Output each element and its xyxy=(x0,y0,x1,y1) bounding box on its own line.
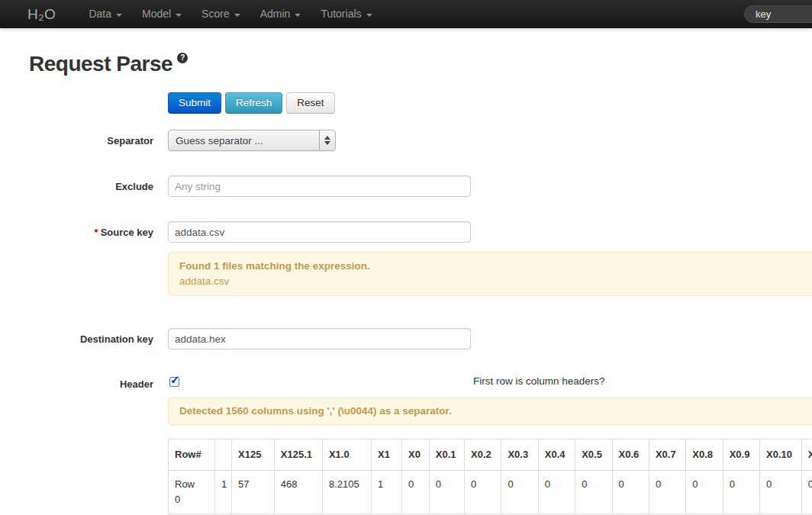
parse-preview-table-wrap: Row#X125X125.1X1.0X1X0X0.1X0.2X0.3X0.4X0… xyxy=(168,439,812,515)
table-cell: 0 xyxy=(723,471,759,514)
chevron-down-icon xyxy=(295,14,301,17)
table-cell: Row 0 xyxy=(169,471,215,514)
chevron-down-icon xyxy=(176,14,182,17)
column-header: X0.10 xyxy=(760,439,802,471)
table-cell: 0 xyxy=(612,471,649,514)
header-checkbox[interactable] xyxy=(169,377,179,387)
exclude-label: Exclude xyxy=(0,180,153,194)
separator-select[interactable]: Guess separator ... xyxy=(168,130,336,151)
destination-key-label: Destination key xyxy=(0,333,153,346)
files-found-alert-title: Found 1 files matching the expression. xyxy=(179,260,370,272)
table-header-row: Row#X125X125.1X1.0X1X0X0.1X0.2X0.3X0.4X0… xyxy=(169,439,812,471)
select-arrows-icon xyxy=(319,130,335,150)
page-title: Request Parse? xyxy=(29,52,188,76)
column-header: X0.3 xyxy=(501,439,538,471)
submit-button[interactable]: Submit xyxy=(168,92,221,114)
nav-menu: Data Model Score Admin Tutorials xyxy=(79,0,382,28)
navbar: H₂O Data Model Score Admin Tutorials xyxy=(0,0,812,28)
key-search-input[interactable] xyxy=(744,5,812,23)
chevron-down-icon xyxy=(366,14,372,17)
nav-item-score[interactable]: Score xyxy=(192,0,250,28)
h2o-logo[interactable]: H₂O xyxy=(0,6,56,23)
table-cell: 1 xyxy=(372,471,402,514)
table-cell: 0 xyxy=(465,471,501,514)
files-found-alert-file: addata.csv xyxy=(179,274,812,289)
source-key-input[interactable] xyxy=(168,221,471,243)
table-row: Row 01574688.21051000000000000 xyxy=(169,471,812,514)
column-header: X0 xyxy=(402,439,430,471)
separator-label: Separator xyxy=(0,134,153,148)
column-header: X1.0 xyxy=(322,439,371,471)
nav-item-data[interactable]: Data xyxy=(79,0,132,28)
nav-item-tutorials[interactable]: Tutorials xyxy=(311,0,382,28)
column-header: X0.7 xyxy=(649,439,685,471)
chevron-down-icon xyxy=(234,14,240,17)
table-cell: 0 xyxy=(501,471,538,514)
table-header: Row#X125X125.1X1.0X1X0X0.1X0.2X0.3X0.4X0… xyxy=(169,439,812,471)
column-header: X0.1 xyxy=(429,439,464,471)
column-header: X0.5 xyxy=(575,439,612,471)
source-key-label: *Source key xyxy=(0,226,153,240)
column-header: Row# xyxy=(169,439,215,471)
help-icon[interactable]: ? xyxy=(177,53,188,63)
table-cell: 468 xyxy=(274,471,322,514)
table-body: Row 01574688.21051000000000000 xyxy=(169,471,812,514)
table-cell: 0 xyxy=(686,471,723,514)
columns-detected-alert: Detected 1560 columns using ',' (\u0044)… xyxy=(168,398,812,425)
column-header: X0.8 xyxy=(686,439,723,471)
destination-key-input[interactable] xyxy=(168,328,471,349)
table-cell: 0 xyxy=(402,471,430,514)
header-hint: First row is column headers? xyxy=(473,375,605,387)
table-cell: 0 xyxy=(429,471,464,514)
parse-preview-table: Row#X125X125.1X1.0X1X0X0.1X0.2X0.3X0.4X0… xyxy=(168,439,812,514)
column-header: X0.4 xyxy=(538,439,575,471)
nav-item-model[interactable]: Model xyxy=(132,0,192,28)
separator-select-value: Guess separator ... xyxy=(169,135,319,146)
header-label: Header xyxy=(0,378,153,391)
files-found-alert: Found 1 files matching the expression. a… xyxy=(168,252,812,296)
nav-item-admin[interactable]: Admin xyxy=(250,0,311,28)
column-header: X125 xyxy=(232,439,275,471)
table-cell: 0 xyxy=(649,471,685,514)
chevron-down-icon xyxy=(116,14,122,17)
column-header: X0.6 xyxy=(612,439,649,471)
exclude-input[interactable] xyxy=(168,175,471,197)
columns-detected-alert-text: Detected 1560 columns using ',' (\u0044)… xyxy=(179,405,452,417)
table-cell: 8.2105 xyxy=(322,471,371,514)
required-marker: * xyxy=(95,227,98,238)
table-cell: 57 xyxy=(232,471,275,514)
table-cell: 0 xyxy=(801,471,812,514)
reset-button[interactable]: Reset xyxy=(286,92,334,114)
table-cell: 1 xyxy=(215,471,232,514)
form-actions: Submit Refresh Reset xyxy=(168,92,335,114)
table-cell: 0 xyxy=(575,471,612,514)
table-cell: 0 xyxy=(760,471,802,514)
refresh-button[interactable]: Refresh xyxy=(225,92,282,114)
column-header: X0.11 xyxy=(801,439,812,471)
table-cell: 0 xyxy=(538,471,575,514)
column-header: X125.1 xyxy=(274,439,322,471)
column-header: X1 xyxy=(372,439,402,471)
column-header: X0.2 xyxy=(465,439,501,471)
column-header xyxy=(215,439,232,471)
column-header: X0.9 xyxy=(723,439,759,471)
